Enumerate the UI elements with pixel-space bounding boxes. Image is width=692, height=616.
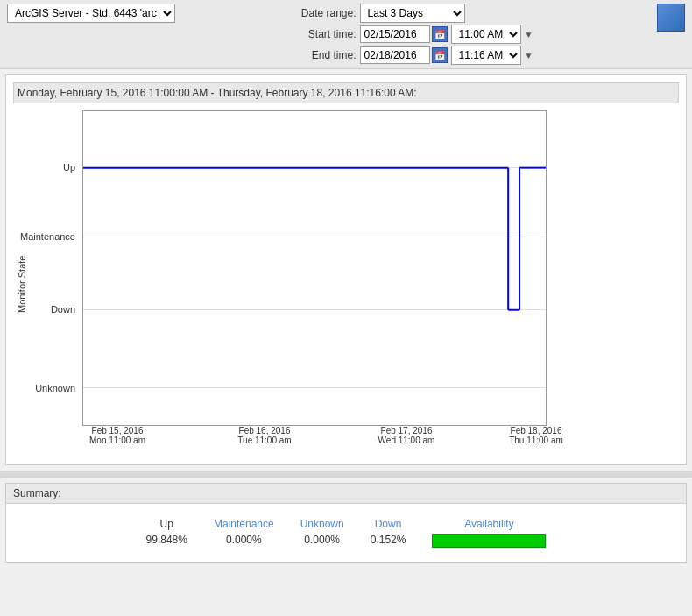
y-label-unknown: Unknown [35,383,75,393]
chart-section: Monday, February 15, 2016 11:00:00 AM - … [5,74,687,465]
start-time-select[interactable]: 11:00 AM [451,25,521,44]
availability-label: Availability [464,518,513,530]
maintenance-label: Maintenance [214,518,274,530]
up-label: Up [160,518,173,530]
y-label-up: Up [63,162,75,173]
x-label-feb18: Feb 18, 2016 Thu 11:00 am [501,426,571,445]
section-gap [0,471,692,478]
chart-area: Monitor State Up Maintenance Down Unknow… [13,110,679,457]
date-range-row: Date range: Last 3 Days Last 7 Days Last… [300,4,533,23]
unknown-value: 0.000% [304,534,340,546]
summary-col-up: Up 99.848% [146,518,187,546]
y-label-down: Down [51,304,75,315]
start-date-input[interactable] [360,25,430,43]
y-axis-label: Monitor State [13,110,31,457]
end-time-label: End time: [300,49,357,61]
start-date-calendar-icon[interactable] [432,26,448,42]
summary-section: Summary: Up 99.848% Maintenance 0.000% U… [5,483,687,563]
maintenance-value: 0.000% [226,534,262,546]
x-label-feb16: Feb 16, 2016 Tue 11:00 am [229,426,300,445]
summary-col-down: Down 0.152% [371,518,406,546]
summary-col-maintenance: Maintenance 0.000% [214,518,274,546]
availability-bar [432,534,546,548]
server-select[interactable]: ArcGIS Server - Std. 6443 'arc [7,4,175,23]
summary-title-bar: Summary: [6,484,686,504]
start-time-arrow[interactable]: ▼ [525,30,533,39]
summary-content: Up 99.848% Maintenance 0.000% Unknown 0.… [6,504,686,562]
y-label-maintenance: Maintenance [20,231,75,242]
date-fields: Date range: Last 3 Days Last 7 Days Last… [300,4,533,65]
date-range-select[interactable]: Last 3 Days Last 7 Days Last 30 Days Cus… [360,4,465,23]
x-label-feb17: Feb 17, 2016 Wed 11:00 am [371,426,441,445]
end-date-calendar-icon[interactable] [432,47,448,63]
start-time-row: Start time: 11:00 AM ▼ [300,25,533,44]
start-date-wrapper [360,25,448,43]
end-time-select[interactable]: 11:16 AM [451,46,521,65]
end-time-arrow[interactable]: ▼ [525,51,533,60]
summary-col-unknown: Unknown 0.000% [300,518,344,546]
server-select-wrapper: ArcGIS Server - Std. 6443 'arc [7,4,175,23]
summary-col-availability: Availability [432,518,546,548]
down-value: 0.152% [371,534,406,546]
end-time-row: End time: 11:16 AM ▼ [300,46,533,65]
chart-with-axes: Up Maintenance Down Unknown [34,110,679,457]
up-value: 99.848% [146,534,187,546]
map-icon [657,4,685,32]
x-label-feb15: Feb 15, 2016 Mon 11:00 am [82,426,152,445]
chart-svg [83,111,546,425]
down-label: Down [375,518,402,530]
unknown-label: Unknown [300,518,344,530]
start-time-label: Start time: [300,28,357,40]
end-date-input[interactable] [360,46,430,64]
date-range-label: Date range: [300,7,357,19]
y-labels: Up Maintenance Down Unknown [34,110,82,426]
chart-plot [82,110,547,426]
chart-title: Monday, February 15, 2016 11:00:00 AM - … [13,82,679,103]
summary-title: Summary: [13,487,61,499]
header-bar: ArcGIS Server - Std. 6443 'arc Date rang… [0,0,692,69]
end-date-wrapper [360,46,448,64]
x-axis-labels: Feb 15, 2016 Mon 11:00 am Feb 16, 2016 T… [82,426,547,457]
